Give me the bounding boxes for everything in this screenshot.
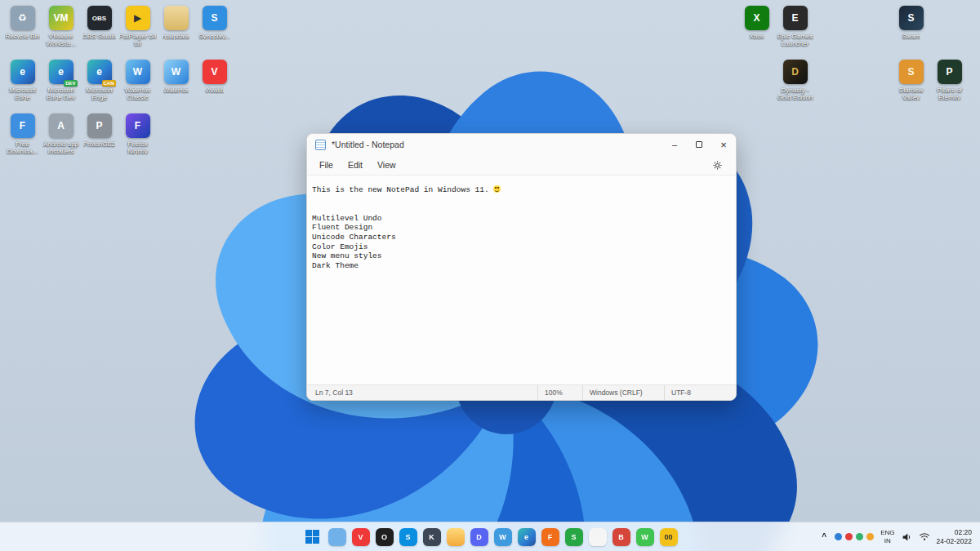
menu-edit[interactable]: Edit	[341, 158, 370, 172]
desktop-icon-vmware-workstation[interactable]: VMVMware Worksta...	[42, 3, 80, 57]
settings-gear-button[interactable]	[704, 158, 731, 173]
hidden-icons-chevron[interactable]: ^	[820, 532, 828, 541]
taskbar-icon-skype[interactable]: S	[399, 528, 417, 546]
window-title: *Untitled - Notepad	[332, 140, 404, 149]
taskbar-icon-brave[interactable]: B	[612, 528, 630, 546]
desktop-icon-stardew-valley[interactable]: SStardew Valley	[892, 57, 930, 111]
android-app-installers-icon: A	[49, 113, 74, 138]
desktop-icon-label: PotPlayer 64 bit	[119, 33, 157, 47]
protonge2-icon: P	[87, 113, 112, 138]
tray-mini-icons	[835, 533, 874, 540]
vmware-workstation-icon: VM	[49, 6, 74, 30]
desktop-icon-microsoft-edge-canary[interactable]: eCANMicrosoft Edge Canary	[80, 57, 118, 111]
desktop-icon-obs-studio[interactable]: OBSOBS Studio	[80, 3, 118, 57]
potplayer-icon: ▶	[126, 6, 150, 30]
desktop-icon-potplayer[interactable]: ▶PotPlayer 64 bit	[118, 3, 157, 57]
desktop-icon-gpupdate[interactable]: gpupdate	[157, 3, 195, 57]
desktop-icon-pillars-of-eternity[interactable]: PPillars of Eternity	[930, 57, 969, 111]
desktop-icon-free-download-manager[interactable]: FFree Downloa...	[3, 111, 42, 165]
dynasty-gold-edition-icon: D	[783, 60, 808, 84]
desktop-icon-syncplay[interactable]: SSyncplay...	[195, 3, 234, 57]
desktop-icon-label: Waterfox Classic	[119, 87, 157, 101]
desktop-icon-label: Android app installers	[42, 140, 80, 155]
desktop-icon-steam[interactable]: SSteam	[892, 3, 930, 57]
desktop-icon-label: Pillars of Eternity	[931, 87, 969, 101]
empty-cell	[930, 3, 969, 57]
minimize-button[interactable]: –	[662, 134, 687, 155]
volume-icon[interactable]	[902, 532, 912, 542]
tray-icon[interactable]	[835, 533, 842, 540]
editor[interactable]: This is the new NotePad in Windows 11. M…	[307, 175, 736, 384]
clock[interactable]: 02:20 24-02-2022	[937, 528, 972, 545]
desktop-icon-protonge2[interactable]: PProtonGE2	[80, 111, 118, 165]
tray-icon[interactable]	[856, 533, 863, 540]
microsoft-edge-dev-icon: eDEV	[49, 60, 74, 84]
taskbar-icon-edge[interactable]: e	[518, 528, 536, 546]
desktop-icon-firefox-nightly[interactable]: FFirefox Nightly	[118, 111, 157, 165]
language-switcher[interactable]: ENG IN	[880, 529, 894, 544]
gear-icon	[712, 160, 723, 171]
taskbar-icon-sharex[interactable]: S	[565, 528, 583, 546]
desktop-icons-right-a: XXboxEEpic Games LauncherDDynasty - Gold…	[737, 3, 814, 111]
desktop-icon-label: gpupdate	[163, 33, 189, 40]
menu-file[interactable]: File	[312, 158, 341, 172]
taskbar-icon-file-explorer[interactable]	[447, 528, 465, 546]
waterfox-icon: W	[164, 60, 189, 84]
desktop-icon-android-app-installers[interactable]: AAndroid app installers	[42, 111, 80, 165]
desktop-icon-label: Epic Games Launcher	[777, 33, 814, 47]
desktop-icon-label: Recycle Bin	[5, 33, 39, 40]
wifi-icon[interactable]	[919, 532, 930, 541]
firefox-nightly-icon: F	[126, 113, 150, 138]
taskbar-icon-whatsapp[interactable]: W	[636, 528, 654, 546]
desktop-icons-left: ♻Recycle BinVMVMware Worksta...OBSOBS St…	[3, 3, 234, 165]
recycle-bin-icon: ♻	[11, 6, 35, 30]
titlebar[interactable]: *Untitled - Notepad – ×	[307, 134, 736, 155]
obs-studio-icon: OBS	[87, 6, 112, 30]
microsoft-edge-canary-badge: CAN	[102, 80, 116, 87]
taskbar: VOSKDWeFSBW00 ^ ENG IN 02:20 24-02-2022	[0, 522, 980, 551]
desktop-icon-waterfox[interactable]: WWaterfox	[157, 57, 195, 111]
taskbar-icon-task-view[interactable]	[328, 528, 346, 546]
taskbar-icon-firefox[interactable]: F	[541, 528, 559, 546]
cursor-position: Ln 7, Col 13	[307, 389, 353, 397]
menubar: File Edit View	[307, 155, 736, 175]
steam-icon: S	[899, 6, 924, 30]
desktop-icon-label: Microsoft Edge Dev	[42, 87, 80, 101]
taskbar-icon-discord[interactable]: D	[470, 528, 488, 546]
desktop-icon-vivaldi[interactable]: VVivaldi	[195, 57, 234, 111]
taskbar-icon-keepass[interactable]: K	[423, 528, 441, 546]
desktop-icon-microsoft-edge-dev[interactable]: eDEVMicrosoft Edge Dev	[42, 57, 80, 111]
waterfox-classic-icon: W	[126, 60, 150, 84]
taskbar-icon-obs-studio[interactable]: O	[376, 528, 394, 546]
desktop-icon-epic-games-launcher[interactable]: EEpic Games Launcher	[776, 3, 814, 57]
encoding: UTF-8	[664, 385, 736, 400]
gpupdate-icon	[164, 6, 189, 30]
desktop-icon-label: Xbox	[749, 33, 764, 40]
desktop-icon-label: Waterfox	[163, 87, 189, 94]
desktop-icon-xbox[interactable]: XXbox	[737, 3, 776, 57]
desktop-icon-dynasty-gold-edition[interactable]: DDynasty - Gold Edition	[776, 57, 814, 111]
start-button[interactable]	[303, 527, 323, 547]
smiley-emoji	[493, 185, 501, 193]
desktop-icon-microsoft-edge[interactable]: eMicrosoft Edge	[3, 57, 42, 111]
microsoft-edge-dev-badge: DEV	[64, 80, 77, 87]
taskbar-icon-waterfox[interactable]: W	[494, 528, 512, 546]
desktop-icon-label: Microsoft Edge	[4, 87, 42, 101]
tray-date: 24-02-2022	[937, 537, 972, 546]
line-ending: Windows (CRLF)	[582, 385, 664, 400]
vivaldi-icon: V	[203, 60, 227, 84]
desktop-icon-recycle-bin[interactable]: ♻Recycle Bin	[3, 3, 42, 57]
tray-icon[interactable]	[845, 533, 853, 540]
desktop-icon-label: Steam	[902, 33, 920, 40]
tray-icon[interactable]	[866, 533, 874, 540]
desktop-icon-label: Stardew Valley	[893, 87, 930, 101]
close-button[interactable]: ×	[711, 134, 736, 155]
desktop-icon-label: Firefox Nightly	[119, 140, 157, 155]
epic-games-launcher-icon: E	[783, 6, 808, 30]
menu-view[interactable]: View	[370, 158, 403, 172]
taskbar-icon-timer[interactable]: 00	[660, 528, 678, 546]
desktop-icon-waterfox-classic[interactable]: WWaterfox Classic	[118, 57, 157, 111]
taskbar-icon-github[interactable]	[589, 528, 607, 546]
maximize-button[interactable]	[687, 134, 711, 155]
taskbar-icon-vivaldi[interactable]: V	[352, 528, 370, 546]
